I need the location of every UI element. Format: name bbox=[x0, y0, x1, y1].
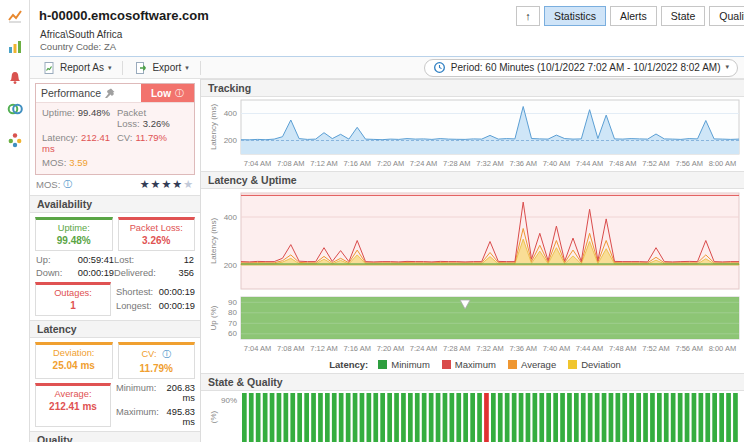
performance-title: Performance bbox=[41, 87, 101, 99]
rail-state-icon[interactable] bbox=[6, 100, 24, 118]
svg-text:7:32 AM: 7:32 AM bbox=[476, 159, 504, 168]
svg-text:7:12 AM: 7:12 AM bbox=[310, 344, 338, 353]
perf-mos: MOS:3.59 bbox=[42, 157, 113, 168]
svg-text:400: 400 bbox=[224, 109, 238, 118]
legend-item: Minimum bbox=[378, 359, 430, 370]
uptime-percent-chart: 60708090Up (%)7:04 AM7:08 AM7:12 AM7:16 … bbox=[207, 295, 743, 355]
chevron-down-icon: ▾ bbox=[185, 64, 189, 72]
toolbar: Report As ▾ Export ▾ Period: 60 Minutes … bbox=[30, 57, 744, 79]
bar-chart-icon bbox=[7, 39, 23, 55]
svg-text:200: 200 bbox=[224, 261, 238, 270]
performance-status-badge[interactable]: Low ⓘ bbox=[141, 84, 194, 102]
svg-text:7:48 AM: 7:48 AM bbox=[609, 159, 637, 168]
svg-text:90%: 90% bbox=[221, 396, 237, 405]
report-as-button[interactable]: Report As ▾ bbox=[36, 58, 117, 78]
perf-packet-loss: Packet Loss:3.26% bbox=[117, 107, 188, 129]
perf-latency: Latency:212.41 ms bbox=[42, 132, 113, 154]
legend-item: Maximum bbox=[442, 359, 496, 370]
svg-text:400: 400 bbox=[224, 213, 238, 222]
packet-loss-tile: Packet Loss: 3.26% bbox=[118, 217, 196, 251]
state-quality-chart: 90%(%) bbox=[207, 391, 743, 442]
rail-alerts-icon[interactable] bbox=[6, 69, 24, 87]
svg-text:7:36 AM: 7:36 AM bbox=[509, 344, 537, 353]
chevron-down-icon: ▾ bbox=[108, 64, 112, 72]
availability-stats: Up:00:59:41 Lost:12 Down:00:00:19 Delive… bbox=[36, 255, 194, 278]
average-row: Average: 212.41 ms Minimum:206.83 ms Max… bbox=[35, 383, 195, 427]
chevron-down-icon: ▾ bbox=[725, 63, 729, 71]
star-icon: ★ bbox=[140, 178, 151, 190]
report-icon bbox=[42, 61, 56, 75]
performance-metrics: Uptime:99.48% Packet Loss:3.26% Latency:… bbox=[36, 103, 194, 174]
svg-text:7:52 AM: 7:52 AM bbox=[642, 159, 670, 168]
tab-statistics[interactable]: Statistics bbox=[544, 6, 606, 26]
clock-icon bbox=[433, 61, 446, 74]
rail-statistics-icon[interactable] bbox=[6, 7, 24, 25]
svg-text:7:16 AM: 7:16 AM bbox=[343, 344, 371, 353]
legend-title: Latency: bbox=[329, 359, 368, 370]
outages-tile: Outages: 1 bbox=[35, 282, 111, 316]
quality-dots-icon bbox=[7, 132, 23, 148]
tab-quality[interactable]: Quality bbox=[709, 6, 744, 26]
country-code-label: Country Code: ZA bbox=[40, 41, 734, 52]
star-icon: ★ bbox=[151, 178, 162, 190]
star-icon: ★ bbox=[161, 178, 172, 190]
tracking-chart: 2004007:04 AM7:08 AM7:12 AM7:16 AM7:20 A… bbox=[207, 97, 743, 171]
pin-icon[interactable] bbox=[105, 88, 115, 98]
tracking-section-header: Tracking bbox=[201, 79, 744, 97]
average-latency-tile: Average: 212.41 ms bbox=[35, 383, 111, 427]
rail-bars-icon[interactable] bbox=[6, 38, 24, 56]
perf-cv: CV:11.79% bbox=[117, 132, 188, 154]
legend-swatch bbox=[378, 360, 387, 369]
latency-legend: Latency: MinimumMaximumAverageDeviation bbox=[207, 355, 743, 373]
latency-tiles: Deviation: 25.04 ms CV: ⓘ 11.79% bbox=[35, 342, 195, 379]
period-label: Period: 60 Minutes (10/1/2022 7:02 AM - … bbox=[451, 62, 721, 73]
legend-swatch bbox=[568, 360, 577, 369]
tab-alerts[interactable]: Alerts bbox=[610, 6, 657, 26]
svg-text:7:04 AM: 7:04 AM bbox=[244, 344, 272, 353]
main-area: h-00000.emcosoftware.com ↑ Statistics Al… bbox=[30, 0, 744, 442]
svg-text:7:24 AM: 7:24 AM bbox=[410, 344, 438, 353]
deviation-tile: Deviation: 25.04 ms bbox=[35, 342, 113, 379]
svg-text:7:24 AM: 7:24 AM bbox=[410, 159, 438, 168]
latency-legend-items: MinimumMaximumAverageDeviation bbox=[378, 359, 621, 370]
performance-card: Performance Low ⓘ Uptime:99.48% Packet L… bbox=[35, 83, 195, 175]
report-as-label: Report As bbox=[60, 62, 104, 73]
star-icon: ★ bbox=[172, 178, 183, 190]
svg-text:8:00 AM: 8:00 AM bbox=[709, 159, 737, 168]
svg-text:7:40 AM: 7:40 AM bbox=[543, 159, 571, 168]
uptime-tile: Uptime: 99.48% bbox=[35, 217, 113, 251]
host-header: h-00000.emcosoftware.com ↑ Statistics Al… bbox=[30, 0, 744, 29]
svg-text:7:32 AM: 7:32 AM bbox=[476, 344, 504, 353]
svg-text:7:56 AM: 7:56 AM bbox=[675, 159, 703, 168]
toolbar-separator bbox=[200, 61, 201, 75]
svg-text:7:28 AM: 7:28 AM bbox=[443, 159, 471, 168]
star-icon: ★ bbox=[183, 178, 194, 190]
performance-card-header: Performance Low ⓘ bbox=[36, 84, 194, 103]
outages-row: Outages: 1 Shortest:00:00:19 Longest:00:… bbox=[35, 282, 195, 316]
svg-text:7:44 AM: 7:44 AM bbox=[576, 159, 604, 168]
perf-uptime: Uptime:99.48% bbox=[42, 107, 113, 129]
legend-swatch bbox=[442, 360, 451, 369]
collapse-panel-button[interactable]: ↑ bbox=[516, 6, 540, 26]
info-icon: ⓘ bbox=[63, 178, 72, 191]
latency-minmax: Minimum:206.83 ms Maximum:495.83 ms bbox=[116, 383, 195, 427]
bell-icon bbox=[7, 70, 23, 86]
svg-text:7:20 AM: 7:20 AM bbox=[377, 159, 405, 168]
svg-text:7:56 AM: 7:56 AM bbox=[675, 344, 703, 353]
legend-item: Average bbox=[508, 359, 556, 370]
outage-durations: Shortest:00:00:19 Longest:00:00:19 bbox=[116, 282, 195, 316]
period-selector[interactable]: Period: 60 Minutes (10/1/2022 7:02 AM - … bbox=[424, 59, 738, 77]
toolbar-separator bbox=[122, 61, 123, 75]
svg-text:Up (%): Up (%) bbox=[209, 305, 218, 330]
legend-swatch bbox=[508, 360, 517, 369]
export-button[interactable]: Export ▾ bbox=[128, 58, 194, 78]
rail-quality-icon[interactable] bbox=[6, 131, 24, 149]
svg-text:7:36 AM: 7:36 AM bbox=[509, 159, 537, 168]
legend-item: Deviation bbox=[568, 359, 621, 370]
svg-text:Latency (ms): Latency (ms) bbox=[209, 104, 218, 151]
mos-stars: ★★★★★ bbox=[140, 178, 194, 191]
tab-state[interactable]: State bbox=[661, 6, 706, 26]
svg-text:7:52 AM: 7:52 AM bbox=[642, 344, 670, 353]
svg-text:8:00 AM: 8:00 AM bbox=[709, 344, 737, 353]
mos-label: MOS: bbox=[36, 179, 60, 190]
